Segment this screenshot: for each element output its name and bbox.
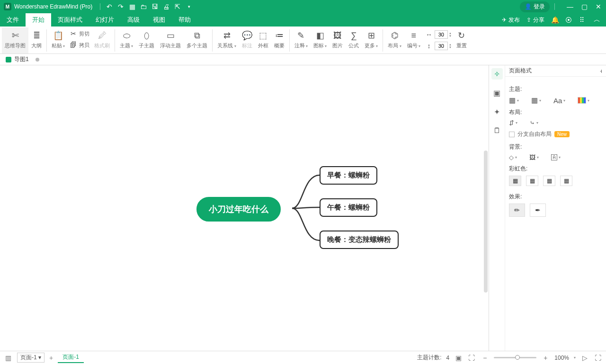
sidetab-clipboard-icon[interactable]: 🗒 (491, 125, 503, 136)
fit-width-icon[interactable]: ⛶ (467, 354, 476, 362)
zoom-in-icon[interactable]: + (541, 354, 550, 362)
hspacing-down[interactable]: ▼ (449, 35, 452, 37)
note-button[interactable]: ✎注释 (292, 27, 311, 53)
print-icon[interactable]: 🖨 (163, 3, 169, 10)
menu-view[interactable]: 视图 (146, 13, 172, 27)
menu-advanced[interactable]: 高级 (121, 13, 146, 27)
boundary-button[interactable]: ⬚外框 (255, 27, 271, 53)
layout-structure[interactable]: ⇵ (509, 119, 517, 126)
topic-height-row: ↕ ▲▼ (425, 41, 452, 51)
theme-color[interactable] (578, 97, 589, 104)
mode-outline[interactable]: ≣大纲 (28, 27, 45, 53)
topic-button[interactable]: ⬭主题 (117, 27, 136, 53)
central-topic[interactable]: 小刀过年吃什么 (196, 197, 281, 222)
sidetab-map-icon[interactable]: ✦ (491, 106, 503, 117)
sidetab-image-icon[interactable]: ▣ (491, 87, 503, 98)
reset-button[interactable]: ↻重置 (454, 27, 470, 53)
bg-image[interactable]: 🖼 (529, 154, 539, 161)
subtopic-button[interactable]: ⬯子主题 (136, 27, 157, 53)
number-button[interactable]: ≡编号 (404, 27, 423, 53)
add-page-button[interactable]: + (49, 354, 53, 362)
close-icon[interactable]: ✕ (595, 3, 602, 10)
callout-button[interactable]: 💬标注 (239, 27, 255, 53)
copy-button[interactable]: 🗐拷贝 (70, 40, 89, 50)
mode-mindmap[interactable]: ✄思维导图 (2, 27, 28, 53)
qat-dropdown-icon[interactable]: ▾ (186, 3, 192, 10)
format-painter-button[interactable]: 🖉格式刷 (91, 27, 113, 53)
new-icon[interactable]: ▦ (129, 3, 135, 10)
theme-style-2[interactable]: ▦ (531, 96, 541, 105)
layout-button[interactable]: ⌬布局 (385, 27, 404, 53)
save-icon[interactable]: 🖫 (152, 3, 158, 10)
menu-page-style[interactable]: 页面样式 (51, 13, 89, 27)
undo-icon[interactable]: ↶ (106, 3, 113, 10)
redo-icon[interactable]: ↷ (117, 3, 124, 10)
doc-tab-1[interactable]: 导图1 (3, 54, 32, 64)
pages-icon[interactable]: ▥ (4, 354, 12, 362)
vspacing-input[interactable] (435, 42, 448, 50)
rainbow-1[interactable]: ▦ (509, 176, 521, 186)
image-button[interactable]: 🖼图片 (330, 27, 346, 53)
number-icon: ≡ (411, 28, 417, 43)
canvas-vertical-scrollbar[interactable] (483, 65, 489, 351)
menu-start[interactable]: 开始 (26, 13, 51, 27)
bg-fill[interactable]: ◇ (509, 154, 517, 161)
effect-handdrawn[interactable]: ✒ (530, 204, 546, 217)
fit-page-icon[interactable]: ▣ (454, 354, 463, 362)
layout-icon: ⌬ (391, 28, 399, 43)
login-button[interactable]: 👤 登录 (520, 1, 550, 12)
help-icon[interactable]: ⦿ (565, 16, 573, 24)
subtopic-1[interactable]: 早餐：螺蛳粉 (320, 166, 377, 185)
canvas[interactable]: 小刀过年吃什么 早餐：螺蛳粉 午餐：螺蛳粉 晚餐：变态辣螺蛳粉 (0, 65, 489, 351)
layout-branch[interactable]: ⤷ (530, 119, 538, 126)
theme-style-1[interactable]: ▦ (509, 96, 519, 105)
hspacing-icon: ↔ (425, 31, 433, 38)
freebranch-checkbox[interactable] (509, 132, 515, 137)
subtopic-3[interactable]: 晚餐：变态辣螺蛳粉 (320, 231, 399, 249)
maximize-icon[interactable]: ▢ (580, 3, 588, 10)
side-panel: ✧ ▣ ✦ 🗒 页面格式 ⫞ 主题: ▦ ▦ Aa 布局: ⇵ (489, 65, 606, 351)
rainbow-3[interactable]: ▦ (543, 176, 555, 186)
icon-button[interactable]: ◧图标 (311, 27, 330, 53)
theme-font[interactable]: Aa (553, 97, 565, 105)
zoom-out-icon[interactable]: − (481, 354, 489, 362)
minimize-icon[interactable]: — (566, 3, 574, 10)
sidetab-style-icon[interactable]: ✧ (491, 68, 503, 80)
presentation-icon[interactable]: ▷ (580, 354, 589, 362)
paste-button[interactable]: 📋粘贴 (49, 27, 68, 53)
side-tab-strip: ✧ ▣ ✦ 🗒 (489, 65, 505, 351)
open-icon[interactable]: 🗀 (140, 3, 147, 10)
apps-icon[interactable]: ⠿ (579, 16, 587, 24)
pin-icon[interactable]: ⫞ (599, 68, 602, 74)
sect-theme-title: 主题: (509, 85, 602, 93)
relation-button[interactable]: ⇄关系线 (214, 27, 239, 53)
more-button[interactable]: ⊞更多 (362, 27, 381, 53)
bell-icon[interactable]: 🔔 (551, 16, 559, 24)
share-icon: ⇪ (526, 17, 531, 23)
collapse-ribbon-icon[interactable]: ︿ (594, 16, 601, 24)
multiple-topic-button[interactable]: ⧉多个主题 (184, 27, 210, 53)
publish-button[interactable]: ✈发布 (502, 16, 520, 24)
user-icon: 👤 (525, 3, 532, 10)
effect-sketch[interactable]: ✏ (509, 204, 525, 217)
page-tab-1[interactable]: 页面-1 (58, 352, 84, 363)
floating-topic-button[interactable]: ▭浮动主题 (157, 27, 184, 53)
formula-button[interactable]: ∑公式 (346, 27, 362, 53)
menu-help[interactable]: 帮助 (172, 13, 197, 27)
scissors-icon: ✄ (12, 28, 19, 43)
hspacing-input[interactable] (435, 30, 448, 39)
zoom-slider[interactable] (494, 357, 536, 358)
fullscreen-icon[interactable]: ⛶ (594, 354, 602, 362)
menu-slideshow[interactable]: 幻灯片 (89, 13, 121, 27)
subtopic-2[interactable]: 午餐：螺蛳粉 (320, 198, 377, 217)
summary-button[interactable]: ≔概要 (271, 27, 287, 53)
bg-watermark[interactable]: 🄰 (551, 154, 561, 161)
share-button[interactable]: ⇪分享 (526, 16, 544, 24)
page-select[interactable]: 页面-1 ▾ (17, 353, 45, 363)
vspacing-down[interactable]: ▼ (449, 46, 452, 49)
export-icon[interactable]: ⇱ (174, 3, 181, 10)
rainbow-4[interactable]: ▦ (560, 176, 572, 186)
cut-button[interactable]: ✂剪切 (70, 28, 89, 39)
rainbow-2[interactable]: ▦ (526, 176, 538, 186)
menu-file[interactable]: 文件 (0, 13, 26, 27)
